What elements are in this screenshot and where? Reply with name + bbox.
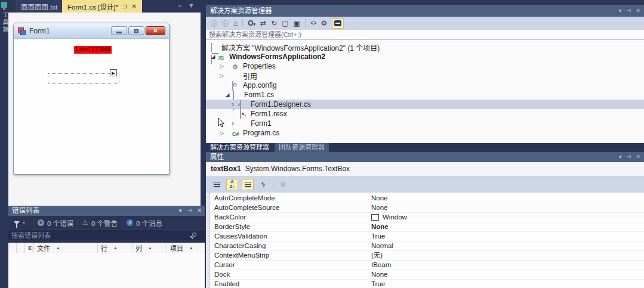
expander-expanded-icon[interactable]: ◢ (224, 92, 230, 98)
messages-count-button[interactable]: i 0 个消息 (127, 218, 162, 228)
property-row[interactable]: CausesValidation True (210, 232, 644, 241)
form-designer-surface[interactable]: Form1 ✕ label133666 ▶ (8, 13, 201, 206)
expander-collapsed-icon[interactable]: ▷ (219, 63, 225, 69)
tab-form1-designer[interactable]: Form1.cs [设计]* ⊐ ✕ (62, 0, 142, 13)
home-icon[interactable]: ⌂ (233, 20, 238, 27)
close-icon[interactable]: ✕ (636, 152, 640, 162)
tab-solution-explorer[interactable]: 解决方案资源管理器 (206, 143, 273, 152)
expander-expanded-icon[interactable]: ◢ (210, 54, 216, 60)
tree-item-project[interactable]: ◢ C# WindowsFormsApplication2 (206, 52, 644, 61)
property-row[interactable]: AutoCompleteMode None (210, 194, 644, 203)
property-row[interactable]: Enabled True (210, 280, 644, 288)
tree-item-form1-class[interactable]: › Form1 (206, 119, 644, 128)
properties-titlebar[interactable]: 属性 ▾ ⊣ ✕ (206, 152, 644, 162)
errors-count-button[interactable]: ✕ 0 个错误 (38, 218, 73, 228)
forward-icon[interactable]: ▸ (222, 20, 229, 27)
designed-form[interactable]: Form1 ✕ label133666 ▶ (13, 23, 170, 175)
tree-item-appconfig[interactable]: App.config (206, 80, 644, 90)
search-icon[interactable] (192, 233, 196, 237)
window-position-icon[interactable]: ▾ (619, 5, 622, 17)
pin-icon[interactable]: ⊐ (122, 4, 127, 10)
close-icon[interactable]: ✕ (131, 4, 136, 10)
tree-item-properties[interactable]: ▷ ⚙ Properties (206, 61, 644, 71)
property-row[interactable]: CharacterCasing Normal (210, 241, 644, 251)
sort-asc-icon: ▲ (113, 246, 118, 250)
preview-selected-items-toggle[interactable] (332, 18, 344, 29)
wrench-icon[interactable]: ⚙ (321, 20, 328, 27)
mouse-cursor (218, 117, 225, 128)
warnings-count-label: 0 个警告 (91, 218, 118, 228)
show-all-files-icon[interactable]: ▣ (294, 20, 300, 27)
property-pages-icon[interactable]: ⚙ (277, 179, 289, 190)
filter-dropdown-icon[interactable]: ▾ (23, 220, 25, 225)
properties-window-icon[interactable]: ▢ (282, 20, 288, 27)
project-column-header[interactable]: 项目▲ (167, 243, 204, 253)
window-position-icon[interactable]: ▾ (179, 206, 182, 216)
flag-column-header[interactable] (8, 243, 17, 253)
form-icon (18, 27, 25, 34)
tree-item-solution[interactable]: 解决方案 "WindowsFormsApplication2" (1 个项目) (206, 42, 644, 52)
error-list-title: 错误列表 (12, 207, 39, 214)
tree-item-form1-designer-selected[interactable]: › Form1.Designer.cs (206, 100, 644, 109)
property-row[interactable]: ContextMenuStrip (无) (210, 251, 644, 261)
description-column-header[interactable]: ◧ (25, 243, 34, 253)
wrench-icon: ⚙ (232, 63, 240, 70)
chevron-right-icon[interactable]: › (230, 120, 236, 126)
design-textbox1-selected[interactable]: ▶ (48, 73, 119, 84)
properties-view-icon[interactable] (242, 179, 254, 190)
property-row[interactable]: AutoCompleteSource None (210, 203, 644, 213)
view-code-icon[interactable]: <> (310, 20, 316, 26)
filter-icon[interactable] (14, 221, 20, 225)
pin-icon[interactable]: ⊣ (627, 5, 631, 17)
tab-overflow-buttons[interactable]: « ▼ (178, 2, 197, 9)
toolbox-collapsed-strip[interactable]: 工具箱 (0, 0, 8, 288)
back-icon[interactable]: ◂ (211, 20, 217, 27)
close-icon[interactable]: ✕ (636, 5, 640, 17)
tab-label: Form1.cs [设计]* (67, 2, 118, 11)
pin-icon[interactable]: ⊣ (187, 206, 192, 216)
property-row[interactable]: Dock None (210, 270, 644, 280)
property-row[interactable]: Cursor IBeam (210, 261, 644, 270)
tree-item-form1-resx[interactable]: Form1.resx (206, 109, 644, 119)
events-icon[interactable]: ϟ (257, 179, 269, 190)
tree-item-programcs[interactable]: ▷ C# Program.cs (206, 128, 644, 138)
expander-collapsed-icon[interactable]: ▷ (219, 130, 225, 136)
smart-tag-button[interactable]: ▶ (110, 69, 117, 76)
solution-explorer-titlebar[interactable]: 解决方案资源管理器 ▾ ⊣ ✕ (206, 5, 644, 17)
pin-icon[interactable]: ⊣ (627, 152, 631, 162)
severity-column-header[interactable] (17, 243, 25, 253)
warnings-count-button[interactable]: ⚠ 0 个警告 (82, 218, 118, 228)
sort-asc-icon: ▲ (56, 246, 60, 250)
property-row[interactable]: BackColor Window (210, 213, 644, 222)
error-list-panel: 错误列表 ▾ ⊣ ✕ ▾ ✕ 0 个错误 ⚠ 0 个警告 i 0 个消息 搜索错… (8, 206, 205, 288)
design-label1[interactable]: label133666 (74, 46, 112, 54)
object-type: System.Windows.Forms.TextBox (245, 165, 350, 173)
error-list-titlebar[interactable]: 错误列表 ▾ ⊣ ✕ (8, 206, 205, 216)
scope-icon[interactable]: O▾ (248, 20, 255, 27)
refresh-icon[interactable]: ↻ (271, 20, 277, 27)
tree-item-references[interactable]: ▷ 引用 (206, 71, 644, 80)
solution-explorer-search-input[interactable]: 搜索解决方案资源管理器(Ctrl+;) (206, 30, 644, 40)
form-maximize-button (128, 26, 144, 35)
form-close-button: ✕ (146, 26, 165, 35)
error-icon: ✕ (38, 219, 44, 226)
designed-form-body[interactable]: label133666 ▶ (14, 39, 168, 174)
property-row[interactable]: BorderStyle None (210, 222, 644, 232)
tree-item-form1cs[interactable]: ◢ Form1.cs (206, 90, 644, 100)
tab-document-txt[interactable]: 面面面面.txt (16, 0, 63, 13)
properties-toolbar: AZ↓ ϟ ⚙ (206, 176, 644, 193)
sync-icon[interactable]: ⇄ (260, 20, 266, 27)
alphabetical-icon[interactable]: AZ↓ (226, 179, 238, 190)
chevron-right-icon[interactable]: › (230, 101, 236, 107)
categorized-icon[interactable] (211, 179, 223, 190)
tab-team-explorer[interactable]: 团队资源管理器 (275, 143, 329, 152)
column-column-header[interactable]: 列▲ (133, 243, 167, 253)
config-file-icon (232, 82, 240, 89)
file-column-header[interactable]: 文件▲ (34, 243, 98, 253)
close-icon[interactable]: ✕ (197, 206, 202, 216)
properties-object-selector[interactable]: textBox1System.Windows.Forms.TextBox (206, 162, 644, 176)
expander-collapsed-icon[interactable]: ▷ (219, 73, 225, 79)
error-list-search-input[interactable]: 搜索错误列表 (8, 230, 205, 240)
line-column-header[interactable]: 行▲ (98, 243, 133, 253)
window-position-icon[interactable]: ▾ (619, 152, 622, 162)
